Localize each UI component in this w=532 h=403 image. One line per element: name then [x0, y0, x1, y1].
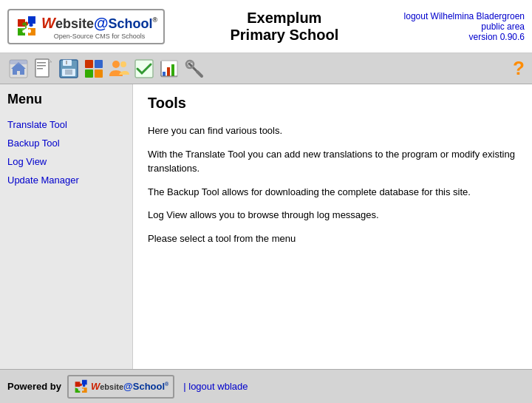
svg-rect-14: [95, 60, 103, 68]
sidebar-item-translate-tool[interactable]: Translate Tool: [7, 119, 125, 130]
svg-rect-2: [10, 60, 27, 64]
svg-point-18: [120, 61, 126, 67]
svg-rect-29: [190, 61, 193, 63]
logo-main-text: Website@School®: [41, 13, 157, 32]
site-name: Exemplum: [165, 10, 403, 27]
tools-icon[interactable]: [183, 58, 205, 80]
sidebar-item-backup-tool[interactable]: Backup Tool: [7, 138, 125, 149]
chart-icon[interactable]: [158, 58, 180, 80]
footer-puzzle-icon: [73, 378, 91, 396]
logo-text-group: Website@School® Open-Source CMS for Scho…: [41, 13, 157, 40]
area-text: public area: [481, 21, 525, 32]
sidebar-item-update-manager[interactable]: Update Manager: [7, 175, 125, 186]
svg-rect-6: [37, 68, 43, 70]
main-area: Menu Translate Tool Backup Tool Log View…: [0, 84, 532, 369]
logo-area: Website@School® Open-Source CMS for Scho…: [7, 9, 165, 44]
footer-logo: Website@School®: [67, 375, 174, 399]
content-para-0: Here you can find various tools.: [148, 123, 517, 138]
content-para-3: Log View allows you to browse through lo…: [148, 208, 517, 223]
menu-heading: Menu: [7, 92, 125, 107]
svg-rect-30: [187, 64, 188, 67]
svg-rect-23: [171, 64, 174, 76]
svg-rect-16: [95, 70, 103, 78]
content-heading: Tools: [148, 95, 517, 112]
svg-line-28: [197, 72, 202, 76]
content-area: Tools Here you can find various tools. W…: [133, 84, 532, 369]
footer-logo-text: Website@School®: [91, 381, 168, 392]
site-subtitle: Primary School: [165, 27, 403, 44]
page-icon[interactable]: [33, 58, 55, 80]
footer-logout-link[interactable]: | logout wblade: [183, 381, 248, 392]
home-icon[interactable]: [7, 58, 30, 80]
content-para-4: Please select a tool from the menu: [148, 231, 517, 246]
svg-rect-5: [37, 65, 46, 67]
save-icon[interactable]: [58, 58, 80, 80]
content-para-1: With the Translate Tool you can add new …: [148, 147, 517, 176]
toolbar: ?: [0, 53, 532, 84]
svg-rect-11: [65, 70, 72, 75]
header: Website@School® Open-Source CMS for Scho…: [0, 0, 532, 53]
users-icon[interactable]: [108, 58, 130, 80]
logout-area: logout Wilhelmina Bladergroen public are…: [404, 11, 525, 42]
help-icon[interactable]: ?: [513, 57, 525, 80]
logo-box: Website@School® Open-Source CMS for Scho…: [7, 9, 165, 44]
validation-icon[interactable]: [133, 58, 155, 80]
svg-rect-22: [167, 67, 170, 76]
svg-point-17: [112, 61, 120, 68]
svg-rect-15: [85, 70, 93, 78]
sidebar-item-log-view[interactable]: Log View: [7, 156, 125, 167]
puzzle-icon: [15, 13, 41, 40]
svg-rect-4: [37, 62, 46, 64]
svg-rect-13: [85, 60, 93, 68]
site-title: Exemplum Primary School: [165, 10, 403, 44]
version-text: version 0.90.6: [469, 32, 525, 42]
modules-icon[interactable]: [83, 58, 105, 80]
footer: Powered by Website@School® | logout wbla…: [0, 369, 532, 403]
toolbar-icons: [7, 58, 513, 80]
svg-rect-12: [66, 61, 67, 64]
logout-link[interactable]: logout Wilhelmina Bladergroen: [404, 11, 525, 21]
sidebar: Menu Translate Tool Backup Tool Log View…: [0, 84, 133, 369]
svg-marker-7: [49, 59, 52, 62]
powered-by-text: Powered by: [7, 381, 61, 392]
svg-rect-21: [163, 72, 166, 76]
logo-sub-text: Open-Source CMS for Schools: [41, 33, 157, 40]
content-para-2: The Backup Tool allows for downloading t…: [148, 185, 517, 200]
